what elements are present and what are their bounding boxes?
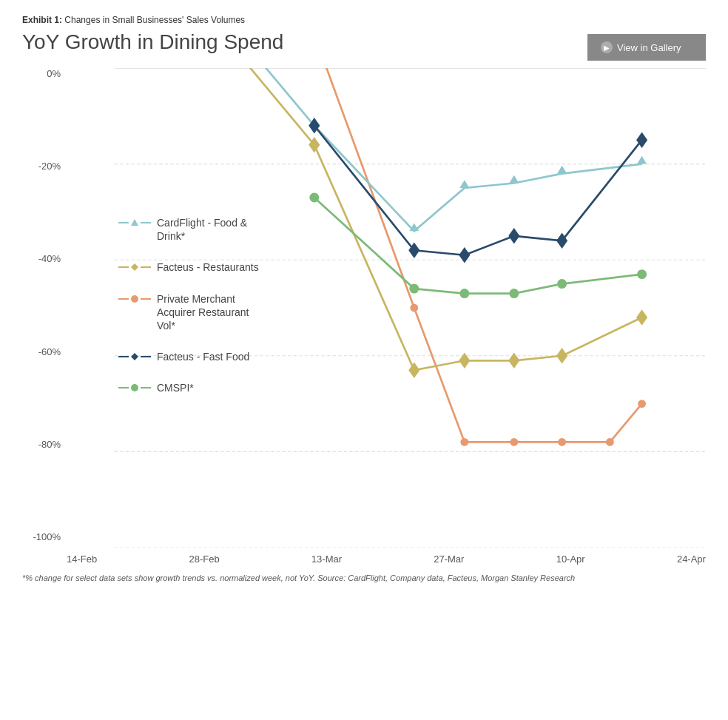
gallery-icon: ▶ bbox=[601, 41, 613, 53]
legend-line-facteus-restaurants bbox=[118, 263, 151, 272]
svg-marker-33 bbox=[459, 247, 470, 263]
y-label-20: -20% bbox=[22, 161, 61, 172]
legend-label-cmspi: CMSPI* bbox=[157, 381, 194, 394]
view-gallery-button[interactable]: ▶ View in Gallery bbox=[587, 34, 706, 61]
legend-line-cmspi bbox=[118, 383, 151, 392]
private-merchant-legend-icon bbox=[130, 295, 139, 303]
legend-item-facteus-fastfood: Facteus - Fast Food bbox=[118, 350, 259, 363]
x-label-mar13: 13-Mar bbox=[311, 554, 342, 565]
svg-marker-22 bbox=[637, 156, 647, 164]
svg-marker-30 bbox=[636, 309, 647, 326]
legend-line-private-merchant bbox=[118, 295, 151, 303]
x-label-apr24: 24-Apr bbox=[677, 554, 706, 565]
legend-item-cardflight: CardFlight - Food &Drink* bbox=[118, 216, 259, 243]
legend-area: CardFlight - Food &Drink* Facteus - Rest… bbox=[118, 216, 259, 395]
svg-point-39 bbox=[459, 289, 469, 298]
y-label-100: -100% bbox=[22, 531, 61, 542]
x-label-apr10: 10-Apr bbox=[556, 554, 585, 565]
svg-point-38 bbox=[409, 284, 419, 294]
svg-marker-26 bbox=[408, 362, 419, 378]
svg-point-12 bbox=[558, 438, 566, 446]
svg-point-9 bbox=[410, 304, 418, 312]
svg-point-41 bbox=[557, 279, 567, 289]
legend-line-cardflight bbox=[118, 218, 151, 227]
svg-marker-29 bbox=[556, 348, 567, 364]
cmspi-legend-icon bbox=[130, 383, 139, 392]
svg-marker-27 bbox=[459, 352, 470, 369]
svg-marker-43 bbox=[131, 219, 138, 226]
y-label-40: -40% bbox=[22, 253, 61, 264]
svg-marker-44 bbox=[131, 263, 138, 271]
svg-marker-19 bbox=[459, 180, 469, 188]
svg-marker-34 bbox=[508, 228, 519, 244]
x-label-mar27: 27-Mar bbox=[434, 554, 464, 565]
svg-point-42 bbox=[637, 269, 647, 279]
svg-point-11 bbox=[510, 438, 518, 446]
svg-point-10 bbox=[460, 438, 468, 446]
svg-marker-28 bbox=[508, 352, 519, 369]
x-axis: 14-Feb 28-Feb 13-Mar 27-Mar 10-Apr 24-Ap… bbox=[67, 554, 706, 565]
y-axis: 0% -20% -40% -60% -80% -100% bbox=[22, 68, 67, 565]
x-label-feb28: 28-Feb bbox=[189, 554, 219, 565]
svg-point-14 bbox=[638, 400, 646, 408]
legend-line-facteus-fastfood bbox=[118, 352, 151, 361]
y-label-80: -80% bbox=[22, 439, 61, 450]
legend-item-cmspi: CMSPI* bbox=[118, 381, 259, 394]
y-label-60: -60% bbox=[22, 346, 61, 357]
chart-title: YoY Growth in Dining Spend bbox=[22, 30, 283, 55]
legend-label-private-merchant: Private MerchantAcquirer RestaurantVol* bbox=[157, 292, 249, 333]
exhibit-label: Exhibit 1: Changes in Small Businesses' … bbox=[22, 15, 706, 25]
chart-area: 14-Feb 28-Feb 13-Mar 27-Mar 10-Apr 24-Ap… bbox=[67, 68, 706, 565]
legend-label-cardflight: CardFlight - Food &Drink* bbox=[157, 216, 247, 243]
svg-marker-20 bbox=[509, 175, 519, 184]
svg-point-37 bbox=[309, 192, 319, 202]
x-label-feb14: 14-Feb bbox=[67, 554, 97, 565]
svg-point-40 bbox=[509, 289, 519, 298]
legend-label-facteus-restaurants: Facteus - Restaurants bbox=[157, 260, 259, 274]
svg-marker-21 bbox=[557, 166, 567, 174]
gallery-button-label: View in Gallery bbox=[617, 42, 681, 53]
svg-point-47 bbox=[131, 384, 138, 391]
facteus-fastfood-legend-icon bbox=[130, 352, 139, 361]
footnote: *% change for select data sets show grow… bbox=[22, 573, 706, 582]
cardflight-legend-icon bbox=[130, 218, 139, 227]
svg-point-45 bbox=[131, 295, 138, 303]
svg-point-13 bbox=[606, 438, 614, 446]
legend-label-facteus-fastfood: Facteus - Fast Food bbox=[157, 350, 249, 363]
y-label-0: 0% bbox=[22, 68, 61, 79]
facteus-restaurants-legend-icon bbox=[130, 263, 139, 272]
svg-marker-46 bbox=[131, 353, 138, 360]
legend-item-facteus-restaurants: Facteus - Restaurants bbox=[118, 260, 259, 274]
legend-item-private-merchant: Private MerchantAcquirer RestaurantVol* bbox=[118, 292, 259, 333]
